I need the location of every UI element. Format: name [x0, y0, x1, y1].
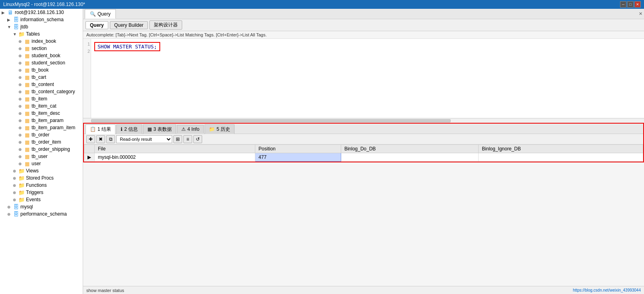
result-tab-4[interactable]: ⚠ 4 Info	[177, 125, 204, 133]
query-editor: 1 2 SHOW MASTER STATUS;	[83, 39, 644, 123]
sidebar-label: student_section	[32, 60, 65, 66]
db-icon: 🗄	[13, 24, 19, 30]
sidebar-item-tables[interactable]: ▼ 📁 Tables	[0, 30, 83, 38]
query-highlighted-text[interactable]: SHOW MASTER STATUS;	[94, 42, 160, 51]
sort-btn[interactable]: ≡	[183, 135, 192, 143]
line-2: 2	[84, 48, 90, 55]
sidebar-item-student-section[interactable]: ⊕ ▦ student_section	[0, 59, 83, 66]
scrollbar-thumb[interactable]	[91, 119, 451, 122]
table-icon: ▦	[24, 110, 30, 116]
table-icon: ▦	[24, 103, 30, 109]
sidebar-item-tb-user[interactable]: ⊕ ▦ tb_user	[0, 153, 83, 160]
query-toolbar: Query Query Builder 架构设计器	[83, 19, 644, 31]
expand-icon: ⊕	[7, 212, 13, 216]
sidebar-item-tb-item-param-item[interactable]: ⊕ ▦ tb_item_param_item	[0, 124, 83, 131]
query-builder-button[interactable]: Query Builder	[110, 21, 148, 29]
sidebar-label: index_book	[32, 38, 56, 44]
horizontal-scrollbar[interactable]	[83, 118, 644, 123]
sidebar-item-tb-order[interactable]: ⊕ ▦ tb_order	[0, 131, 83, 138]
expand-icon: ⊕	[13, 190, 18, 195]
expand-icon: ▼	[13, 32, 18, 36]
result-tab-3[interactable]: ▦ 3 表数据	[143, 124, 176, 134]
refresh-btn[interactable]: ↺	[193, 135, 202, 143]
cell-position[interactable]: 477	[255, 153, 341, 162]
result-toolbar: ✚ ✖ ⧉ Read-only result ⊞ ≡ ↺	[84, 134, 643, 144]
db-icon: 🗄	[13, 211, 19, 217]
folder-icon: 📁	[18, 197, 25, 202]
titlebar-title: LinuxMysql2 - root@192.168.126.130*	[3, 2, 85, 7]
designer-button[interactable]: 架构设计器	[149, 20, 182, 30]
result-tab-1-label: 1 结果	[97, 126, 111, 133]
sidebar-item-tb-item[interactable]: ⊕ ▦ tb_item	[0, 95, 83, 102]
table-icon: ▦	[24, 161, 30, 166]
expand-icon: ⊕	[18, 82, 24, 87]
sidebar-label: jtdb	[20, 24, 28, 30]
table-icon: ▦	[24, 67, 30, 73]
status-left: show master status	[86, 288, 124, 293]
sidebar-label: Stored Procs	[26, 175, 54, 181]
sidebar-item-tb-order-shipping[interactable]: ⊕ ▦ tb_order_shipping	[0, 146, 83, 153]
result-tab-3-icon: ▦	[147, 126, 152, 132]
expand-icon: ⊕	[13, 183, 18, 188]
col-header-file: File	[95, 145, 255, 153]
sidebar-item-user[interactable]: ⊕ ▦ user	[0, 160, 83, 167]
sidebar-item-triggers[interactable]: ⊕ 📁 Triggers	[0, 189, 83, 196]
sidebar-item-information-schema[interactable]: ▶ 🗄 information_schema	[0, 16, 83, 23]
result-tab-5-icon: 📁	[209, 126, 215, 132]
sidebar-item-index-book[interactable]: ⊕ ▦ index_book	[0, 38, 83, 45]
empty-area	[83, 162, 644, 286]
close-button[interactable]: ✕	[634, 1, 641, 8]
sidebar-item-tb-item-param[interactable]: ⊕ ▦ tb_item_param	[0, 117, 83, 124]
close-tab-button[interactable]: ✕	[639, 11, 642, 16]
sidebar-item-functions[interactable]: ⊕ 📁 Functions	[0, 182, 83, 189]
sidebar-item-views[interactable]: ⊕ 📁 Views	[0, 167, 83, 174]
row-num: ▶	[84, 153, 95, 162]
sidebar-label: Functions	[26, 182, 47, 188]
result-tab-2-label: 2 信息	[124, 126, 138, 133]
sidebar-label: information_schema	[20, 17, 64, 22]
table-icon: ▦	[24, 74, 30, 80]
delete-row-btn[interactable]: ✖	[96, 135, 105, 143]
expand-icon: ⊕	[13, 176, 18, 180]
sidebar-label: Tables	[26, 31, 40, 37]
sidebar-item-student-book[interactable]: ⊕ ▦ student_book	[0, 52, 83, 59]
table-row: ▶ mysql-bin.000002 477	[84, 153, 643, 162]
sidebar-item-tb-order-item[interactable]: ⊕ ▦ tb_order_item	[0, 138, 83, 146]
sidebar-root[interactable]: ▶ 🖥 root@192.168.126.130	[0, 9, 83, 16]
maximize-button[interactable]: □	[627, 1, 634, 8]
sidebar-item-mysql[interactable]: ⊕ 🗄 mysql	[0, 203, 83, 210]
sidebar-item-tb-book[interactable]: ⊕ ▦ tb_book	[0, 66, 83, 74]
table-icon: ▦	[24, 118, 30, 123]
sidebar-label: tb_order_shipping	[32, 146, 70, 152]
add-row-btn[interactable]: ✚	[86, 135, 95, 143]
copy-btn[interactable]: ⧉	[106, 135, 115, 143]
filter-btn[interactable]: ⊞	[173, 135, 182, 143]
expand-icon: ⊕	[18, 147, 24, 152]
result-tab-5[interactable]: 📁 5 历史	[205, 124, 235, 134]
expand-icon: ⊕	[13, 198, 18, 202]
sidebar-item-stored-procs[interactable]: ⊕ 📁 Stored Procs	[0, 174, 83, 182]
minimize-button[interactable]: ─	[620, 1, 626, 8]
sidebar-label: tb_item_cat	[32, 103, 56, 109]
folder-icon: 📁	[18, 168, 25, 174]
sidebar-item-tb-item-desc[interactable]: ⊕ ▦ tb_item_desc	[0, 110, 83, 117]
sidebar-item-tb-content-category[interactable]: ⊕ ▦ tb_content_category	[0, 88, 83, 95]
sidebar-item-tb-item-cat[interactable]: ⊕ ▦ tb_item_cat	[0, 102, 83, 110]
result-tab-1[interactable]: 📋 1 结果	[85, 124, 115, 134]
sidebar-item-jtdb[interactable]: ▼ 🗄 jtdb	[0, 23, 83, 30]
sidebar-item-events[interactable]: ⊕ 📁 Events	[0, 196, 83, 203]
sidebar-item-tb-cart[interactable]: ⊕ ▦ tb_cart	[0, 74, 83, 81]
sidebar-label: tb_content_category	[32, 89, 75, 94]
result-tab-2[interactable]: ℹ 2 信息	[116, 124, 142, 134]
sidebar-item-performance-schema[interactable]: ⊕ 🗄 performance_schema	[0, 210, 83, 218]
tab-query[interactable]: 🔍 Query	[85, 9, 116, 19]
sidebar-item-section[interactable]: ⊕ ▦ section	[0, 45, 83, 52]
table-icon: ▦	[24, 60, 30, 66]
query-button[interactable]: Query	[85, 21, 108, 29]
result-tabs: 📋 1 结果 ℹ 2 信息 ▦ 3 表数据 ⚠ 4 Info 📁 5 历	[84, 124, 643, 134]
expand-icon: ⊕	[18, 90, 24, 94]
query-text-area[interactable]: SHOW MASTER STATUS;	[92, 39, 644, 118]
sidebar-item-tb-content[interactable]: ⊕ ▦ tb_content	[0, 81, 83, 88]
readonly-select[interactable]: Read-only result	[116, 135, 172, 143]
expand-icon: ⊕	[7, 205, 13, 209]
